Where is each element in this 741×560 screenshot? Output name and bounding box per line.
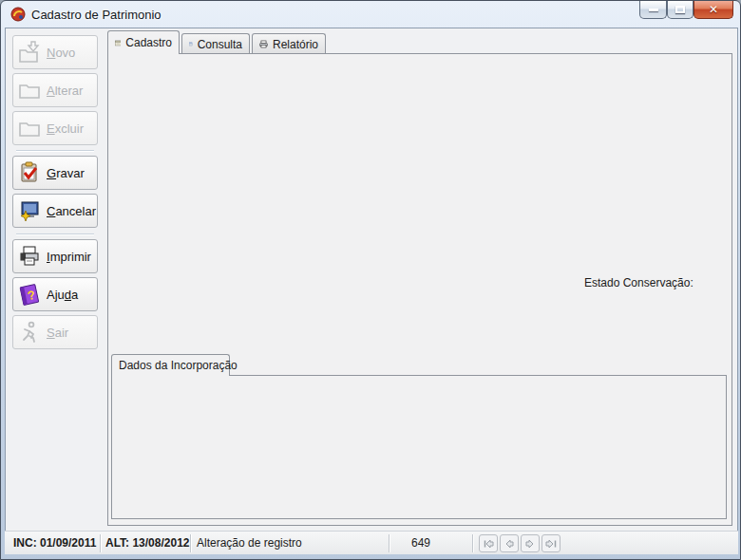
status-created-date: INC: 01/09/2011 (13, 536, 96, 550)
sidebar-label-cancelar: Cancelar (47, 204, 96, 218)
close-icon: ✕ (709, 4, 718, 15)
sidebar-button-imprimir[interactable]: Imprimir (12, 239, 98, 273)
save-clipboard-icon (17, 160, 42, 185)
sidebar-label-gravar: Gravar (47, 166, 85, 180)
window-title: Cadastro de Patrimonio (31, 8, 162, 22)
nav-previous-button[interactable] (500, 534, 519, 552)
tab-relatorio[interactable]: Relatório (252, 33, 326, 54)
folder-icon (17, 116, 42, 140)
nav-next-button[interactable] (521, 534, 540, 552)
last-record-icon (544, 537, 558, 551)
tab-cadastro[interactable]: Cadastro (107, 30, 180, 54)
tab-label-cadastro: Cadastro (125, 36, 172, 49)
sidebar-label-excluir: Excluir (47, 121, 84, 136)
folder-icon (17, 78, 42, 103)
status-message: Alteração de registro (197, 536, 302, 550)
tab-label-relatorio: Relatório (273, 38, 318, 51)
maximize-icon (675, 6, 685, 13)
sidebar-button-excluir[interactable]: Excluir (12, 111, 98, 145)
nav-first-button[interactable] (479, 534, 498, 552)
sidebar-button-gravar[interactable]: Gravar (12, 156, 98, 190)
sidebar-button-sair[interactable]: Sair (12, 315, 98, 349)
statusbar-separator (472, 534, 474, 552)
statusbar-separator (100, 534, 102, 552)
titlebar: Cadastro de Patrimonio ✕ (1, 1, 740, 28)
first-record-icon (482, 537, 495, 551)
sidebar-separator (16, 233, 94, 235)
minimize-icon (649, 9, 658, 11)
sidebar-label-novo: Novo (47, 46, 75, 60)
cancel-screen-star-icon (17, 198, 42, 223)
statusbar-separator (190, 534, 192, 552)
status-record-number: 649 (411, 536, 430, 550)
sidebar-button-cancelar[interactable]: Cancelar (12, 194, 98, 228)
statusbar-separator (389, 534, 390, 552)
tab-label-dados-incorporacao: Dados da Incorporação (119, 359, 238, 372)
nav-last-button[interactable] (542, 534, 560, 552)
status-modified-date: ALT: 13/08/2012 (105, 536, 190, 550)
printer-icon (259, 38, 268, 50)
exit-runner-icon (17, 320, 42, 345)
maximize-button-icon[interactable] (667, 1, 694, 19)
statusbar: INC: 01/09/2011 ALT: 13/08/2012 Alteraçã… (5, 531, 738, 554)
sidebar-button-ajuda[interactable]: ? Ajuda (12, 277, 98, 311)
form-icon (115, 37, 121, 49)
sidebar-separator (16, 150, 94, 152)
app-icon (10, 7, 26, 22)
sidebar-label-alterar: Alterar (47, 84, 83, 98)
folder-new-icon (17, 40, 42, 65)
tab-label-consulta: Consulta (198, 38, 242, 51)
next-record-icon (523, 537, 537, 551)
tab-page-incorporacao (111, 375, 727, 519)
close-button[interactable]: ✕ (694, 1, 733, 19)
sidebar-button-novo[interactable]: Novo (12, 35, 98, 69)
tab-consulta[interactable]: Consulta (181, 33, 250, 54)
tab-dados-incorporacao[interactable]: Dados da Incorporação (111, 354, 230, 376)
sidebar-label-imprimir: Imprimir (47, 250, 91, 264)
sidebar-label-sair: Sair (47, 326, 68, 340)
grid-icon (189, 38, 193, 50)
app-window: Cadastro de Patrimonio ✕ Novo Alterar Ex… (0, 0, 741, 560)
sidebar-button-alterar[interactable]: Alterar (12, 73, 98, 107)
estado-conservacao-title: Estado Conservação: (581, 276, 696, 289)
help-book-icon: ? (17, 282, 42, 307)
minimize-button-icon[interactable] (639, 1, 667, 19)
previous-record-icon (503, 537, 516, 551)
printer-icon (17, 244, 42, 269)
sidebar-label-ajuda: Ajuda (47, 288, 78, 302)
